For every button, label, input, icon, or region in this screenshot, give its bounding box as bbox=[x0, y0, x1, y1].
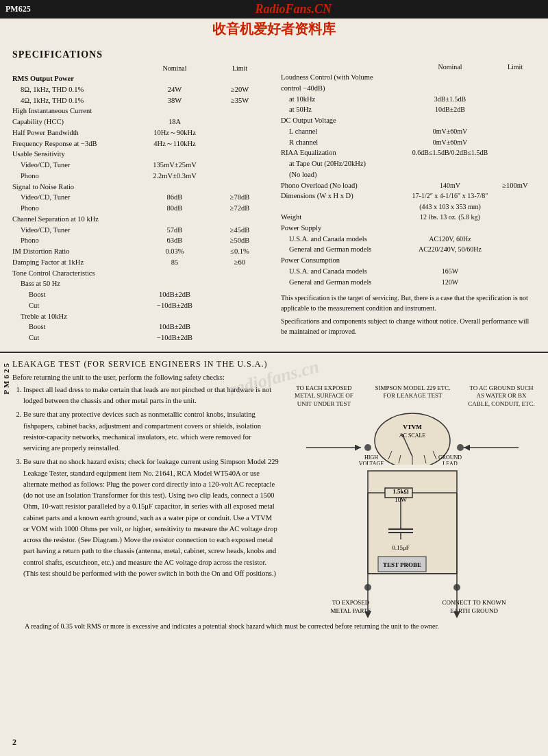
spec-nominal: 57dB bbox=[137, 225, 212, 236]
spec-label: Weight bbox=[281, 212, 406, 223]
spec-label: Damping Factor at 1kHz bbox=[12, 257, 137, 268]
spec-nominal: 4Hz～110kHz bbox=[137, 138, 212, 149]
spec-label: High Instantaneous Current bbox=[12, 106, 137, 117]
spec-label: (No load) bbox=[281, 169, 406, 180]
header-bar: PM625 RadioFans.CN bbox=[0, 0, 548, 19]
sidebar-model-label: PM625 bbox=[2, 361, 10, 395]
svg-text:AC SCALE: AC SCALE bbox=[399, 432, 426, 439]
circuit-diagram-svg: 1.5kΩ 10W 0.15μF bbox=[299, 467, 525, 618]
page-number: 2 bbox=[12, 737, 16, 748]
svg-text:TO EXPOSED: TO EXPOSED bbox=[332, 599, 370, 606]
spec-label: Channel Separation at 10 kHz bbox=[12, 214, 137, 225]
left-column: SPECIFICATIONS Nominal Limit RMS Output … bbox=[12, 49, 274, 343]
leakage-step: Be sure that no shock hazard exists; che… bbox=[23, 456, 279, 579]
spec-row: Channel Separation at 10 kHz bbox=[12, 214, 267, 225]
spec-row: Frequency Response at −3dB4Hz～110kHz bbox=[12, 138, 267, 149]
spec-label: L channel bbox=[281, 126, 406, 137]
spec-nominal: 38W bbox=[137, 95, 212, 106]
spec-label: Treble at 10kHz bbox=[12, 311, 137, 322]
spec-label: Loudness Control (with Volume bbox=[281, 72, 406, 83]
spec-row: Boost10dB±2dB bbox=[12, 289, 267, 300]
spec-nominal: 80dB bbox=[137, 203, 212, 214]
diagram-label-center: SIMPSON MODEL 229 ETC. FOR LEAKAGE TEST bbox=[371, 385, 453, 409]
right-note2: Specifications and components subject to… bbox=[281, 316, 536, 337]
spec-limit: ≥50dB bbox=[212, 235, 267, 246]
spec-row: Boost10dB±2dB bbox=[12, 321, 267, 332]
leakage-steps: Inspect all lead dress to make certain t… bbox=[12, 385, 279, 618]
spec-row: Loudness Control (with Volume bbox=[281, 72, 536, 83]
spec-row: (No load) bbox=[281, 169, 536, 180]
spec-label: DC Output Voltage bbox=[281, 115, 406, 126]
spec-limit: ≥60 bbox=[212, 257, 267, 268]
svg-text:0.15μF: 0.15μF bbox=[393, 544, 410, 551]
spec-row: Phono Overload (No load)140mV≥100mV bbox=[281, 180, 536, 191]
spec-label: Phono Overload (No load) bbox=[281, 180, 406, 191]
spec-label: control −40dB) bbox=[281, 83, 406, 94]
spec-label: RIAA Equalization bbox=[281, 147, 406, 158]
spec-nominal: 86dB bbox=[137, 192, 212, 203]
svg-text:HIGH: HIGH bbox=[364, 454, 378, 461]
right-column: Nominal Limit Loudness Control (with Vol… bbox=[274, 49, 536, 343]
spec-row: control −40dB) bbox=[281, 83, 536, 94]
specs-section: SPECIFICATIONS Nominal Limit RMS Output … bbox=[0, 44, 548, 349]
spec-nominal: 0mV±60mV bbox=[406, 137, 495, 147]
right-note: This specification is the target of serv… bbox=[281, 293, 536, 313]
leakage-diagram: TO EACH EXPOSED METAL SURFACE OF UNIT UN… bbox=[290, 385, 536, 618]
spec-row: 4Ω, 1kHz, THD 0.1%38W≥35W bbox=[12, 95, 267, 106]
right-spec-rows: Loudness Control (with Volumecontrol −40… bbox=[281, 72, 536, 287]
spec-row: Cut−10dB±2dB bbox=[12, 300, 267, 311]
spec-row: at 10kHz3dB±1.5dB bbox=[281, 94, 536, 105]
spec-row: Half Power Bandwidth10Hz～90kHz bbox=[12, 127, 267, 138]
spec-nominal: 0.03% bbox=[137, 246, 212, 257]
spec-row: U.S.A. and Canada modelsAC120V, 60Hz bbox=[281, 234, 536, 245]
spec-label: Boost bbox=[12, 289, 137, 300]
site-name: RadioFans.CN bbox=[45, 2, 543, 16]
spec-label: Boost bbox=[12, 321, 137, 332]
spec-row: 8Ω, 1kHz, THD 0.1%24W≥20W bbox=[12, 84, 267, 95]
spec-row: R channel0mV±60mV bbox=[281, 137, 536, 148]
svg-text:LEAD: LEAD bbox=[443, 461, 458, 465]
spec-label: at 10kHz bbox=[281, 94, 406, 105]
spec-limit: ≥45dB bbox=[212, 225, 267, 236]
spec-label: Half Power Bandwidth bbox=[12, 127, 137, 138]
diagram-label-left: TO EACH EXPOSED METAL SURFACE OF UNIT UN… bbox=[290, 385, 358, 409]
leakage-body: Inspect all lead dress to make certain t… bbox=[12, 385, 536, 618]
spec-label: IM Distortion Ratio bbox=[12, 246, 137, 257]
leakage-intro: Before returning the unit to the user, p… bbox=[12, 374, 536, 381]
spec-label: Power Consumption bbox=[281, 255, 406, 266]
spec-label: General and German models bbox=[281, 244, 406, 255]
leakage-step: Inspect all lead dress to make certain t… bbox=[23, 385, 279, 407]
spec-label: RMS Output Power bbox=[12, 73, 137, 84]
spec-label: Video/CD, Tuner bbox=[12, 160, 137, 171]
spec-row: Bass at 50 Hz bbox=[12, 278, 267, 289]
spec-label: Usable Sensitivity bbox=[12, 149, 137, 160]
spec-nominal: 10dB±2dB bbox=[137, 321, 212, 332]
svg-point-11 bbox=[364, 444, 371, 451]
spec-limit: ≥72dB bbox=[212, 203, 267, 214]
spec-row: Phono63dB≥50dB bbox=[12, 235, 267, 246]
svg-marker-46 bbox=[453, 611, 460, 618]
spec-label: Phono bbox=[12, 235, 137, 246]
spec-row: (443 x 103 x 353 mm) bbox=[281, 202, 536, 212]
spec-label: Video/CD, Tuner bbox=[12, 225, 137, 236]
spec-nominal: AC120V, 60Hz bbox=[406, 234, 495, 244]
spec-row: Power Consumption bbox=[281, 255, 536, 266]
svg-text:METAL PARTS: METAL PARTS bbox=[331, 607, 371, 614]
spec-row: RMS Output Power bbox=[12, 73, 267, 84]
spec-row: General and German modelsAC220/240V, 50/… bbox=[281, 244, 536, 255]
spec-row: IM Distortion Ratio0.03%≤0.1% bbox=[12, 246, 267, 257]
left-spec-rows: RMS Output Power8Ω, 1kHz, THD 0.1%24W≥20… bbox=[12, 73, 267, 343]
spec-row: Phono2.2mV±0.3mV bbox=[12, 171, 267, 182]
col-nominal: Nominal bbox=[137, 64, 212, 72]
spec-label: at 50Hz bbox=[281, 104, 406, 115]
col-limit-right: Limit bbox=[495, 63, 536, 71]
meter-diagram-svg: VTVM AC SCALE HIGH VOLTAGE OR +LEAD GROU… bbox=[299, 410, 525, 465]
spec-label: Phono bbox=[12, 171, 137, 182]
spec-label: Frequency Response at −3dB bbox=[12, 138, 137, 149]
spec-row: High Instantaneous Current bbox=[12, 106, 267, 117]
leakage-title: LEAKAGE TEST (FOR SERVICE ENGINEERS IN T… bbox=[12, 358, 536, 369]
spec-label: R channel bbox=[281, 137, 406, 148]
spec-row: Weight12 lbs. 13 oz. (5.8 kg) bbox=[281, 212, 536, 223]
spec-nominal: −10dB±2dB bbox=[137, 332, 212, 343]
svg-text:VTVM: VTVM bbox=[403, 424, 423, 430]
